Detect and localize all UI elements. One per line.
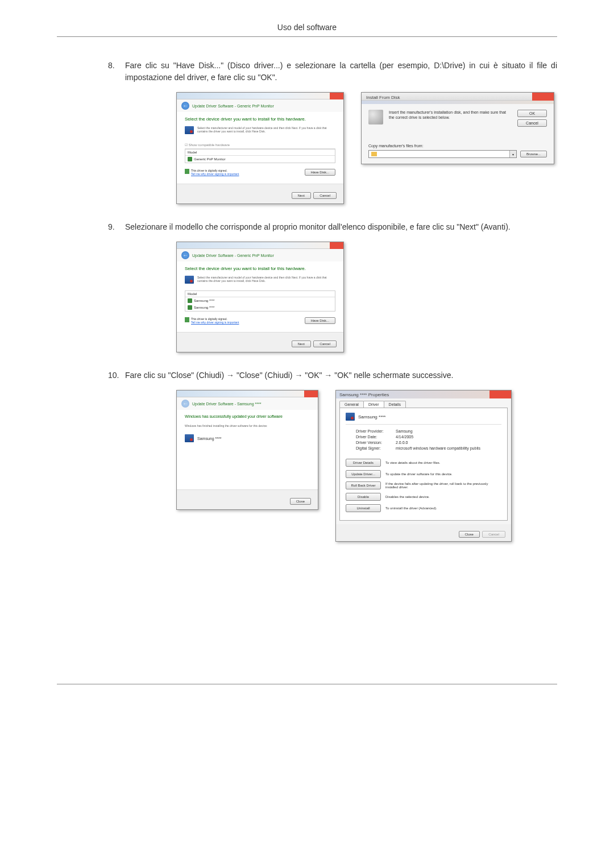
step-text: Fare clic su "Have Disk..." (Disco drive… <box>125 60 557 84</box>
instruction-list: 8. Fare clic su "Have Disk..." (Disco dr… <box>108 60 557 542</box>
step-number: 10. <box>108 369 125 381</box>
device-icon <box>188 298 192 303</box>
date-label: Driver Date: <box>356 435 396 439</box>
signed-status: This driver is digitally signed. Tell me… <box>185 169 239 176</box>
provider-label: Driver Provider: <box>356 429 396 433</box>
dialog-title: Install From Disk <box>366 95 400 100</box>
copy-from-label: Copy manufacturer's files from: <box>368 144 547 148</box>
dialog-titlebar: Install From Disk <box>362 93 554 101</box>
list-item[interactable]: Samsung **** <box>185 297 335 304</box>
have-disk-button[interactable]: Have Disk... <box>305 169 335 176</box>
cancel-button: Cancel <box>482 531 505 538</box>
dialog-heading: Select the device driver you want to ins… <box>185 117 335 122</box>
dialog-footer: Next Cancel <box>177 332 343 352</box>
back-arrow-icon[interactable]: ← <box>181 251 189 259</box>
dialog-footer: Close <box>177 489 318 509</box>
monitor-icon <box>185 126 194 134</box>
tab-details[interactable]: Details <box>384 401 406 408</box>
have-disk-button[interactable]: Have Disk... <box>305 317 335 324</box>
list-item[interactable]: Generic PnP Monitor <box>185 156 335 163</box>
dialog-title: Update Driver Software - Samsung **** <box>192 402 261 406</box>
dialog-title: Update Driver Software - Generic PnP Mon… <box>192 254 274 258</box>
close-button[interactable]: Close <box>290 498 311 505</box>
hardware-list[interactable]: Model Generic PnP Monitor <box>185 149 335 163</box>
cancel-button[interactable]: Cancel <box>517 119 547 127</box>
window-chrome <box>177 242 343 249</box>
device-name: Samsung **** <box>197 437 221 441</box>
step-number: 9. <box>108 221 125 233</box>
monitor-icon <box>185 276 194 284</box>
dialog-footer: Close Cancel <box>336 524 511 541</box>
close-button[interactable]: Close <box>459 531 480 538</box>
chevron-down-icon[interactable]: ▾ <box>509 151 516 157</box>
monitor-icon <box>185 434 194 442</box>
back-arrow-icon: ← <box>181 400 189 408</box>
rollback-button[interactable]: Roll Back Driver <box>346 481 381 489</box>
back-arrow-icon[interactable]: ← <box>181 102 189 110</box>
success-heading: Windows has successfully updated your dr… <box>185 414 310 418</box>
device-name: Samsung **** <box>194 306 214 309</box>
tab-driver[interactable]: Driver <box>363 401 384 408</box>
signed-link[interactable]: Tell me why driver signing is important <box>191 172 239 176</box>
uninstall-button[interactable]: Uninstall <box>346 504 381 512</box>
update-success-dialog: ← Update Driver Software - Samsung **** … <box>176 390 318 510</box>
success-subtext: Windows has finished installing the driv… <box>185 424 310 427</box>
page-header: Uso del software <box>57 23 557 37</box>
monitor-icon <box>346 413 355 421</box>
version-label: Driver Version: <box>356 441 396 445</box>
show-compatible-checkbox[interactable]: ☑ Show compatible hardware <box>185 141 335 149</box>
version-value: 2.0.0.0 <box>396 441 408 445</box>
list-header: Model <box>185 149 335 156</box>
shield-icon <box>185 169 189 174</box>
disable-button[interactable]: Disable <box>346 493 381 501</box>
close-icon[interactable] <box>330 93 343 99</box>
list-header: Model <box>185 291 335 297</box>
dialog-title: Update Driver Software - Generic PnP Mon… <box>192 104 274 108</box>
dialog-nav: ← Update Driver Software - Generic PnP M… <box>177 249 343 261</box>
device-name: Samsung **** <box>358 414 385 420</box>
dialog-footer: Next Cancel <box>177 184 343 203</box>
tab-general[interactable]: General <box>339 401 364 408</box>
step-8-screenshots: ← Update Driver Software - Generic PnP M… <box>176 92 557 204</box>
provider-value: Samsung <box>396 429 413 433</box>
folder-icon <box>371 152 377 156</box>
properties-dialog: Samsung **** Properties General Driver D… <box>335 390 512 542</box>
step-number: 8. <box>108 60 125 84</box>
signed-link[interactable]: Tell me why driver signing is important <box>191 321 239 324</box>
rollback-desc: If the device fails after updating the d… <box>385 482 501 489</box>
disable-desc: Disables the selected device. <box>385 495 501 499</box>
browse-button[interactable]: Browse... <box>520 151 547 157</box>
install-from-disk-dialog: Install From Disk Insert the manufacture… <box>361 92 554 164</box>
window-chrome <box>177 391 318 397</box>
close-icon[interactable] <box>330 242 343 249</box>
cancel-button[interactable]: Cancel <box>313 192 337 199</box>
signer-label: Digital Signer: <box>356 446 396 450</box>
dialog-nav: ← Update Driver Software - Generic PnP M… <box>177 99 343 112</box>
device-name: Samsung **** <box>194 299 214 302</box>
device-icon <box>188 157 192 161</box>
step-10-screenshots: ← Update Driver Software - Samsung **** … <box>176 390 557 542</box>
step-text: Fare clic su "Close" (Chiudi) → "Close" … <box>125 369 557 381</box>
date-value: 4/14/2005 <box>396 435 413 439</box>
driver-details-desc: To view details about the driver files. <box>385 461 501 464</box>
step-text: Selezionare il modello che corrisponde a… <box>125 221 557 233</box>
signed-status: This driver is digitally signed. Tell me… <box>185 317 239 324</box>
uninstall-desc: To uninstall the driver (Advanced). <box>385 506 501 510</box>
cancel-button[interactable]: Cancel <box>313 340 337 347</box>
select-model-dialog: ← Update Driver Software - Generic PnP M… <box>176 242 344 352</box>
next-button[interactable]: Next <box>292 192 311 199</box>
window-chrome <box>177 93 343 99</box>
close-icon[interactable] <box>489 391 511 398</box>
model-list[interactable]: Model Samsung **** Samsung **** <box>185 290 335 312</box>
path-combobox[interactable]: ▾ <box>368 150 517 158</box>
update-driver-button[interactable]: Update Driver... <box>346 470 381 478</box>
step-10: 10. Fare clic su "Close" (Chiudi) → "Clo… <box>108 369 557 381</box>
next-button[interactable]: Next <box>292 340 311 347</box>
dialog-titlebar: Samsung **** Properties <box>336 391 511 398</box>
list-item[interactable]: Samsung **** <box>185 304 335 311</box>
close-icon[interactable] <box>304 391 318 397</box>
driver-details-button[interactable]: Driver Details <box>346 459 381 467</box>
dialog-subtext: Select the manufacturer and model of you… <box>197 276 335 283</box>
close-icon[interactable] <box>532 93 554 101</box>
ok-button[interactable]: OK <box>517 110 547 117</box>
